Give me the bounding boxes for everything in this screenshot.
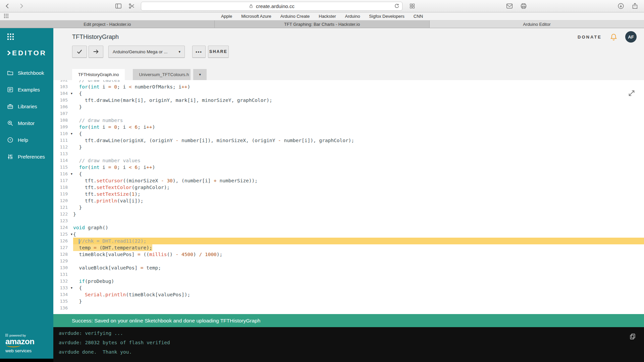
code-token: //chk = DHT.read11(22); [79,238,146,244]
fold-caret-icon[interactable]: ▾ [71,171,72,177]
code-line[interactable]: 127 temp = (DHT.temperature); [53,244,644,251]
code-line[interactable]: 107 [53,110,644,117]
verify-button[interactable] [72,46,87,58]
code-editor[interactable]: 102 // draw tables103 for(int i = 0; i <… [53,80,644,314]
sidebar-item-preferences[interactable]: Preferences [0,148,53,165]
code-line[interactable]: 108 // draw numbers [53,117,644,124]
mail-icon[interactable] [505,2,514,10]
sidebar-toggle-icon[interactable] [114,2,123,10]
code-line[interactable]: 105 tft.drawLine(mark[i], originY, mark[… [53,97,644,104]
checkmark-icon [76,48,83,55]
sidebar: EDITOR Sketchbook Examples Libraries [0,28,53,359]
user-avatar[interactable]: AF [625,31,637,43]
code-line[interactable]: 109 for(int i = 0; i < 6; i++) [53,124,644,130]
code-line[interactable]: 103 for(int i = 0; i < numberOfMarks; i+… [53,83,644,90]
browser-tab-edit-project[interactable]: Edit project - Hackster.io [0,20,215,28]
code-line[interactable]: 133▾ { [53,285,644,291]
bookmark-apple[interactable]: Apple [221,14,232,19]
board-selector-dropdown[interactable]: Arduino/Genuino Mega or ... ▾ [108,46,185,58]
code-line[interactable]: 126 //chk = DHT.read11(22); [53,238,644,244]
bookmark-arduino[interactable]: Arduino [345,14,360,19]
code-line[interactable]: 120 tft.println(val[i]); [53,197,644,204]
sidebar-item-sketchbook[interactable]: Sketchbook [0,64,53,81]
code-token: int [91,124,99,130]
app-header: TFTHistoryGraph DONATE AF [53,28,644,46]
forward-icon[interactable] [17,2,25,10]
code-line[interactable]: 102 // draw tables [53,80,644,83]
code-token [73,279,79,284]
code-line[interactable]: 117 tft.setCursor((minorSizeX - 30), (nu… [53,177,644,184]
line-number: 114 [53,157,73,164]
code-line[interactable]: 136 [53,305,644,311]
code-line[interactable]: 130 valueBlock[valuePos] = temp; [53,264,644,271]
code-line[interactable]: 110▾ { [53,130,644,137]
code-line[interactable]: 128 timeBlock[valuePos] = ((millis() - 4… [53,251,644,258]
code-line[interactable]: 135 } [53,298,644,305]
donate-link[interactable]: DONATE [578,35,602,40]
tab-list-dropdown[interactable]: ▾ [193,69,207,80]
preferences-sliders-icon [7,153,13,160]
code-line[interactable]: 123 [53,218,644,224]
scissors-icon[interactable] [127,2,136,10]
browser-tab-tft-graphing[interactable]: TFT Graphing: Bar Charts - Hackster.io [215,20,429,28]
fullscreen-expand-icon[interactable] [628,89,635,98]
sidebar-item-examples[interactable]: Examples [0,81,53,98]
code-token: ), (number[i] [173,178,214,183]
code-line[interactable]: 106 } [53,104,644,110]
bookmark-microsoft-azure[interactable]: Microsoft Azure [241,14,271,19]
code-token: { [73,131,82,136]
code-line[interactable]: 113 [53,150,644,157]
share-button[interactable]: SHARE [208,46,229,58]
editor-logo[interactable]: EDITOR [6,49,53,57]
fold-caret-icon[interactable]: ▾ [71,130,72,137]
bookmark-cnn[interactable]: CNN [414,14,423,19]
editor-logo-chevron-icon [6,50,12,56]
code-line[interactable]: 125▾{ [53,231,644,238]
share-icon[interactable] [631,2,639,10]
fold-caret-icon[interactable]: ▾ [71,90,72,97]
print-icon[interactable] [519,2,528,10]
bookmark-sigfox-developers[interactable]: Sigfox Developers [369,14,405,19]
code-line[interactable]: 121 } [53,204,644,211]
code-line[interactable]: 111 tft.drawLine(originX, (originY - num… [53,137,644,144]
code-line[interactable]: 104▾ { [53,90,644,97]
fold-caret-icon[interactable]: ▾ [71,231,72,238]
line-number: 118 [53,184,73,191]
notifications-bell-icon[interactable] [609,33,618,41]
tab-grid-icon[interactable] [408,2,417,10]
code-line[interactable]: 115 for(int i = 0; i < 6; i++) [53,164,644,171]
code-token: 0 [114,165,117,170]
code-line[interactable]: 116▾ { [53,171,644,177]
code-line[interactable]: 114 // draw number values [53,157,644,164]
editor-tab-colours[interactable]: Universum_TFTColours.h [133,69,191,80]
back-icon[interactable] [3,2,12,10]
more-options-button[interactable]: ••• [192,46,206,58]
code-line[interactable]: 112 } [53,144,644,150]
line-number: 122 [53,211,73,218]
sidebar-item-monitor[interactable]: Monitor [0,115,53,131]
bookmark-arduino-create[interactable]: Arduino Create [280,14,310,19]
code-line[interactable]: 132 if(proDebug) [53,278,644,285]
address-bar[interactable]: create.arduino.cc [141,2,402,11]
code-line[interactable]: 131 [53,271,644,278]
upload-button[interactable] [89,46,103,58]
reload-icon[interactable] [394,3,400,10]
code-token: } [73,299,82,304]
code-line[interactable]: 119 tft.setTextSize(1); [53,191,644,197]
browser-tab-arduino-editor[interactable]: Arduino Editor [430,20,644,28]
console-line: avrdude: 28032 bytes of flash verified [59,338,644,347]
code-line[interactable]: 122} [53,211,644,218]
code-line[interactable]: 134 Serial.println(timeBlock[valuePos]); [53,291,644,298]
code-line[interactable]: 118 tft.setTextColor(graphColor); [53,184,644,191]
downloads-icon[interactable] [616,2,625,10]
code-line[interactable]: 129 [53,258,644,264]
fold-caret-icon[interactable]: ▾ [71,285,72,291]
copy-console-icon[interactable] [629,333,636,341]
code-token: (proDebug) [85,279,114,284]
code-line[interactable]: 124void graph() [53,224,644,231]
sidebar-item-help[interactable]: ? Help [0,131,53,148]
bookmark-hackster[interactable]: Hackster [319,14,336,19]
apps-grid-icon[interactable] [7,34,14,40]
editor-tab-ino[interactable]: TFTHistoryGraph.ino [72,69,125,80]
sidebar-item-libraries[interactable]: Libraries [0,98,53,115]
